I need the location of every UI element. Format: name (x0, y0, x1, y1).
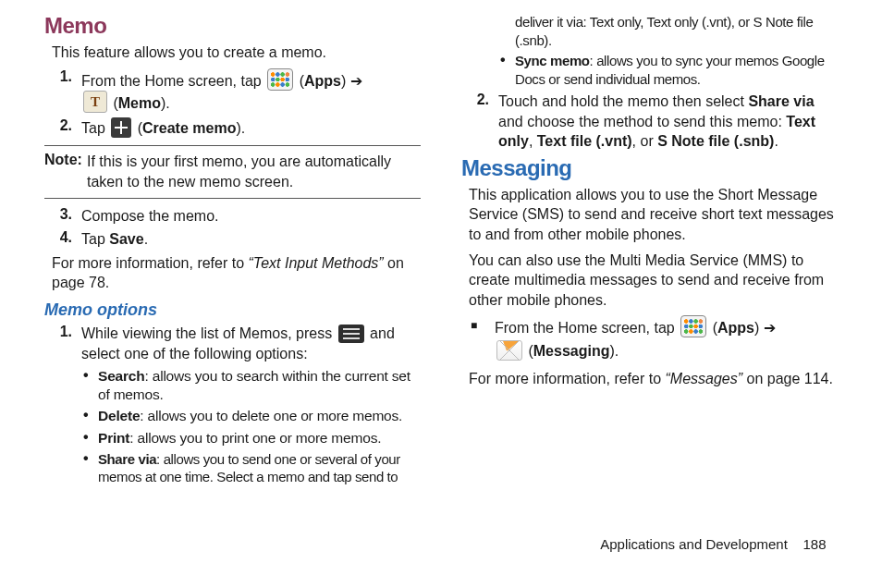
label: Sync memo (515, 53, 590, 68)
text: on page 114. (742, 371, 833, 386)
label: Print (98, 430, 129, 446)
bullet-sync-memo: • Sync memo: allows you to sync your mem… (500, 52, 838, 88)
step-number: 3. (44, 206, 81, 227)
text: , or (632, 133, 658, 149)
memo-app-icon (83, 91, 107, 113)
memo-steps: 1. From the Home screen, tap (Apps) ➔ (M… (44, 68, 421, 139)
step-content: Compose the memo. (81, 206, 421, 227)
messaging-label: Messaging (533, 343, 610, 359)
note-block: Note: If this is your first memo, you ar… (44, 145, 421, 198)
create-memo-label: Create memo (142, 120, 236, 136)
memo-step-4: 4. Tap Save. (44, 229, 421, 250)
arrow-icon: ➔ (350, 73, 362, 89)
bullet-text: Sync memo: allows you to sync your memos… (515, 52, 838, 88)
bullet-text: Search: allows you to search within the … (98, 367, 421, 404)
step-content: Tap (Create memo). (81, 117, 421, 139)
memo-step-3: 3. Compose the memo. (44, 206, 421, 227)
messaging-p1: This application allows you to use the S… (469, 185, 838, 245)
apps-label: Apps (304, 73, 341, 89)
manual-page: Memo This feature allows you to create a… (0, 0, 882, 536)
apps-icon (267, 68, 293, 91)
memo-options-steps-cont: 2. Touch and hold the memo then select S… (461, 92, 838, 152)
text: From the Home screen, tap (81, 73, 265, 89)
text: and choose the method to send this memo: (498, 114, 786, 129)
text: While viewing the list of Memos, press (81, 325, 337, 341)
text: : allows you to search within the curren… (98, 368, 410, 402)
bullet-dot-icon: • (83, 367, 98, 404)
apps-icon (680, 315, 706, 337)
label: Share via (748, 93, 814, 109)
bullet-print: • Print: allows you to print one or more… (83, 429, 421, 447)
memo-steps-cont: 3. Compose the memo. 4. Tap Save. (44, 206, 421, 250)
xref-text-input: “Text Input Methods” (249, 255, 384, 271)
label: Delete (98, 408, 140, 423)
messaging-more-info: For more information, refer to “Messages… (469, 369, 838, 389)
arrow-icon: ➔ (764, 320, 776, 336)
plus-icon (111, 117, 131, 138)
label: S Note file (.snb) (657, 133, 774, 149)
note-label: Note: (44, 152, 87, 191)
text: Touch and hold the memo then select (498, 93, 748, 109)
step-content: From the Home screen, tap (Apps) ➔ (Memo… (81, 68, 421, 114)
text: Tap (81, 231, 109, 247)
heading-messaging: Messaging (461, 155, 838, 181)
heading-memo-options: Memo options (44, 300, 421, 320)
step-number: 2. (44, 117, 81, 139)
step-content: While viewing the list of Memos, press a… (81, 324, 421, 363)
text: Tap (81, 120, 109, 136)
bullet-text: Print: allows you to print one or more m… (98, 429, 421, 447)
text: For more information, refer to (52, 255, 249, 271)
heading-memo: Memo (44, 13, 421, 39)
step-number: 1. (44, 324, 81, 363)
bullet-text: Delete: allows you to delete one or more… (98, 407, 421, 425)
menu-icon (338, 325, 364, 343)
memo-step-1: 1. From the Home screen, tap (Apps) ➔ (M… (44, 68, 421, 114)
bullet-delete: • Delete: allows you to delete one or mo… (83, 407, 421, 425)
memo-options-steps: 1. While viewing the list of Memos, pres… (44, 324, 421, 363)
memo-step-2: 2. Tap (Create memo). (44, 117, 421, 139)
text: From the Home screen, tap (495, 320, 679, 336)
label: Search (98, 368, 145, 384)
bullet-dot-icon: • (83, 407, 98, 425)
label: Text file (.vnt) (537, 133, 632, 149)
footer-section: Applications and Development (600, 536, 788, 552)
bullet-dot-icon: • (500, 52, 515, 88)
note-text: If this is your first memo, you are auto… (87, 152, 421, 191)
footer-page-number: 188 (791, 536, 838, 552)
memo-label: Memo (118, 95, 161, 111)
save-label: Save (109, 231, 143, 247)
text: : allows you to print one or more memos. (129, 430, 381, 446)
messaging-step: ■ From the Home screen, tap (Apps) ➔ (Me… (471, 315, 838, 363)
text: : allows you to delete one or more memos… (140, 408, 402, 423)
text: , (529, 133, 537, 149)
memo-intro: This feature allows you to create a memo… (52, 43, 421, 63)
step-content: Tap Save. (81, 229, 421, 250)
label: Share via (98, 451, 156, 467)
text: For more information, refer to (469, 371, 666, 386)
square-bullet-icon: ■ (471, 315, 495, 363)
text: . (774, 133, 778, 149)
step-number: 2. (461, 92, 498, 152)
memo-options-step-2: 2. Touch and hold the memo then select S… (461, 92, 838, 152)
bullet-search: • Search: allows you to search within th… (83, 367, 421, 404)
messaging-p2: You can also use the Multi Media Service… (469, 251, 838, 311)
xref-messages: “Messages” (666, 371, 743, 386)
step-number: 1. (44, 68, 81, 114)
apps-label: Apps (717, 320, 754, 336)
bullet-dot-icon: • (83, 429, 98, 447)
memo-options-step-1: 1. While viewing the list of Memos, pres… (44, 324, 421, 363)
step-number: 4. (44, 229, 81, 250)
memo-more-info: For more information, refer to “Text Inp… (52, 253, 421, 293)
messaging-app-icon (496, 340, 522, 361)
step-content: From the Home screen, tap (Apps) ➔ (Mess… (495, 315, 838, 363)
page-footer: Applications and Development 188 (0, 536, 882, 563)
step-content: Touch and hold the memo then select Shar… (498, 92, 838, 152)
